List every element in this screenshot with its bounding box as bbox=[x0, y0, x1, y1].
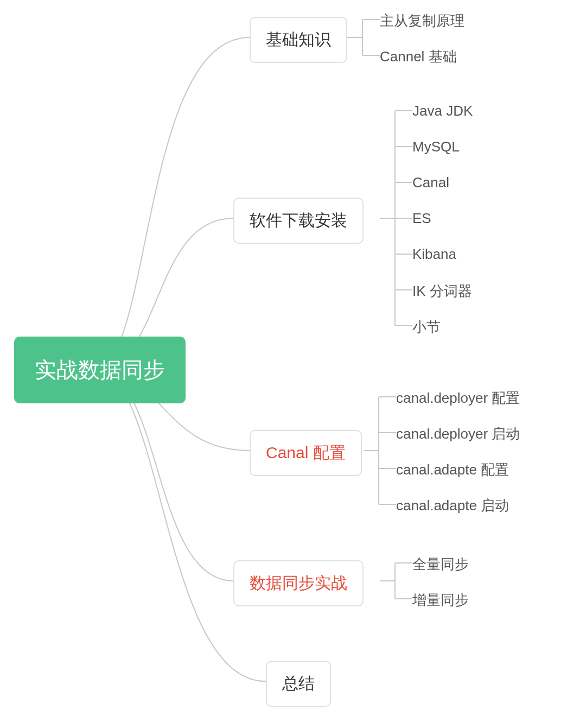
branch-install[interactable]: 软件下载安装 bbox=[233, 198, 364, 244]
leaf-label: 全量同步 bbox=[412, 556, 469, 572]
branch-label: Canal 配置 bbox=[266, 444, 346, 461]
leaf-label: 主从复制原理 bbox=[380, 12, 464, 29]
leaf-item[interactable]: Java JDK bbox=[412, 103, 473, 119]
leaf-label: Cannel 基础 bbox=[380, 48, 457, 65]
leaf-item[interactable]: 主从复制原理 bbox=[380, 11, 464, 30]
leaf-label: canal.adapte 配置 bbox=[396, 461, 509, 478]
leaf-label: canal.deployer 启动 bbox=[396, 426, 520, 442]
leaf-label: canal.deployer 配置 bbox=[396, 390, 520, 406]
branch-label: 数据同步实战 bbox=[250, 574, 347, 592]
branch-canal-config[interactable]: Canal 配置 bbox=[250, 430, 362, 476]
branch-label: 软件下载安装 bbox=[250, 211, 347, 229]
leaf-item[interactable]: MySQL bbox=[412, 138, 460, 155]
leaf-item[interactable]: 增量同步 bbox=[412, 591, 469, 610]
leaf-label: Kibana bbox=[412, 246, 456, 262]
leaf-item[interactable]: canal.adapte 配置 bbox=[396, 460, 509, 479]
leaf-item[interactable]: Cannel 基础 bbox=[380, 47, 457, 66]
root-label: 实战数据同步 bbox=[35, 358, 165, 382]
leaf-item[interactable]: canal.deployer 配置 bbox=[396, 389, 520, 408]
leaf-label: 小节 bbox=[412, 319, 441, 335]
branch-basics[interactable]: 基础知识 bbox=[250, 17, 347, 63]
leaf-label: Canal bbox=[412, 174, 449, 191]
branch-summary[interactable]: 总结 bbox=[266, 661, 331, 707]
leaf-label: canal.adapte 启动 bbox=[396, 497, 509, 514]
leaf-item[interactable]: canal.adapte 启动 bbox=[396, 496, 509, 515]
leaf-item[interactable]: canal.deployer 启动 bbox=[396, 425, 520, 444]
leaf-item[interactable]: 小节 bbox=[412, 318, 441, 337]
branch-label: 总结 bbox=[282, 674, 315, 692]
leaf-label: MySQL bbox=[412, 138, 460, 155]
leaf-label: Java JDK bbox=[412, 103, 473, 119]
root-node[interactable]: 实战数据同步 bbox=[14, 337, 186, 403]
branch-label: 基础知识 bbox=[266, 30, 331, 48]
leaf-item[interactable]: ES bbox=[412, 210, 431, 227]
branch-sync[interactable]: 数据同步实战 bbox=[233, 560, 364, 606]
leaf-item[interactable]: Canal bbox=[412, 174, 449, 191]
leaf-label: IK 分词器 bbox=[412, 283, 472, 299]
leaf-label: ES bbox=[412, 210, 431, 226]
leaf-label: 增量同步 bbox=[412, 592, 469, 608]
leaf-item[interactable]: 全量同步 bbox=[412, 555, 469, 574]
leaf-item[interactable]: Kibana bbox=[412, 246, 456, 263]
leaf-item[interactable]: IK 分词器 bbox=[412, 282, 472, 301]
